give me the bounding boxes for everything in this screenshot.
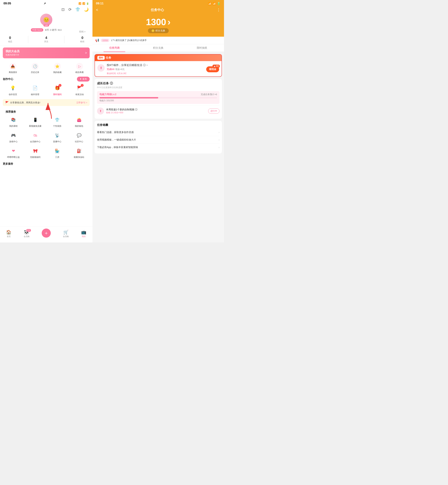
shirt-icon[interactable]: 👕: [75, 7, 80, 12]
shop-icon: 🛍: [32, 132, 39, 139]
growth-title: 成长任务 ⓘ: [97, 81, 219, 85]
exchange-button[interactable]: 🪙 积分兑换: [148, 28, 169, 33]
in-progress-button[interactable]: 进行中: [208, 108, 219, 114]
avatar[interactable]: 😊: [40, 14, 52, 26]
vip-banner-info: 我的大会员 热播内容看不停: [6, 49, 20, 56]
coins-text: B币: 0 硬币: 913: [45, 28, 62, 32]
task-info: 投8个稿件，分享近日精彩生活 ⓘ ~ 完成8/8 现金+8元 剩余时间: 6天9…: [107, 64, 204, 75]
creation-home-label: 创作首页: [9, 93, 17, 96]
vip-arrow-icon: >: [85, 51, 87, 55]
community-label: 社区中心: [75, 140, 83, 143]
tip-item-1[interactable]: 使用视频模板，一键成稿轻松做大片 ›: [97, 136, 219, 144]
nav-mine[interactable]: 📺 我的: [81, 230, 86, 238]
offline-icon: 📥: [9, 63, 16, 70]
promo-banner[interactable]: 🚩 分享暑假点滴，周周瓜分奖金! 立即参与 >: [3, 99, 90, 106]
nav-vip-shop[interactable]: 🛒 会员购: [63, 230, 69, 238]
time-left: 09:05: [3, 2, 11, 5]
add-button[interactable]: ＋: [42, 229, 51, 238]
creation-home-icon: 💡: [9, 84, 17, 92]
service-game[interactable]: 🎮 游戏中心: [3, 130, 24, 145]
services-section: 推荐服务 📚 我的课程 📱 看视频免流量 👕 个性装扮 👛 我的钱包 🎮 游戏中…: [0, 107, 92, 160]
nav-add[interactable]: ＋: [42, 229, 51, 239]
points-value: 1300: [146, 17, 166, 27]
vip-banner[interactable]: 我的大会员 热播内容看不停 >: [3, 48, 90, 58]
announce-bar: 📢 兑奖励 L**i 成功兑换了 [头像挂件]小试身手: [92, 37, 224, 44]
creation-item-benefits[interactable]: 🎁 1 限时福利: [53, 84, 62, 96]
limited-tag: 限时: [97, 56, 105, 60]
energy-label: 能量加油站: [74, 156, 84, 159]
moon-icon[interactable]: 🌙: [84, 7, 89, 12]
tip-arrow-2: ›: [219, 146, 219, 149]
space-link[interactable]: 空间 >: [79, 30, 86, 33]
nav-home[interactable]: 🏠 首页: [6, 230, 11, 238]
vip-shop-label: 会员购: [63, 235, 69, 238]
stat-fans-label: 粉丝: [80, 40, 84, 43]
announce-text: L**i 成功兑换了 [头像挂件]小试身手: [111, 39, 221, 42]
vip-banner-title: 我的大会员: [6, 49, 20, 53]
tip-text-2: 下载必剪App，体验丰富素材智能剪辑: [97, 146, 138, 149]
service-wallet[interactable]: 👛 我的钱包: [69, 115, 90, 129]
creation-drafts-label: 稿件管理: [31, 93, 39, 96]
tabs-row: 任务列表 积分兑换 限时抽奖: [92, 44, 224, 52]
creation-item-drafts[interactable]: 📄 稿件管理: [31, 84, 39, 96]
tab-points-exchange[interactable]: 积分兑换: [136, 44, 180, 52]
tab-lucky-draw[interactable]: 限时抽奖: [180, 44, 224, 52]
status-bar-left: 09:05 ↗ 📶 📶 🔋: [0, 0, 92, 6]
watchlater-label: 稍后再看: [75, 71, 84, 74]
sync-icon[interactable]: ⟳: [68, 7, 72, 12]
nav-panda[interactable]: 🐼 会员购 更新: [24, 230, 30, 238]
history-label: 历史记录: [31, 71, 39, 74]
video-free-label: 看视频免流量: [29, 125, 41, 128]
promo-link[interactable]: 立即参与 >: [76, 101, 87, 104]
service-course[interactable]: 📚 我的课程: [3, 115, 24, 129]
service-workshop[interactable]: 🏪 工房: [47, 146, 68, 160]
creation-item-activity[interactable]: 🚩 1 有奖活动: [75, 84, 84, 96]
services-header: 推荐服务: [3, 109, 90, 115]
vip-banner-sub: 热播内容看不停: [6, 54, 20, 56]
home-label: 首页: [7, 235, 11, 238]
vip-tag: 年度大会员: [31, 28, 43, 32]
quick-action-collect[interactable]: ⭐ 我的收藏: [50, 63, 64, 74]
limited-task-card: 限时 任务 ⬆ 投8个稿件，分享近日精彩生活 ⓘ ~ 完成8/8 现金+8元 剩…: [95, 54, 222, 77]
more-button[interactable]: ⋮: [217, 8, 221, 12]
stat-fans[interactable]: 0 粉丝: [80, 36, 84, 43]
stats-row: 0 动态 4 关注 0 粉丝: [0, 34, 92, 46]
video-free-icon: 📱: [32, 116, 39, 123]
level-top: 电磁力等级Lv.2 完成任务预计+6: [99, 93, 217, 96]
service-fashion[interactable]: 👕 个性装扮: [47, 115, 68, 129]
stat-follow[interactable]: 4 关注: [44, 36, 48, 43]
tray-icon[interactable]: ⊡: [61, 7, 64, 12]
stat-dynamic[interactable]: 0 动态: [8, 36, 12, 43]
creation-item-home[interactable]: 💡 创作首页: [9, 84, 17, 96]
bottom-nav: 🏠 首页 🐼 会员购 更新 ＋ 🛒 会员购 📺 我的: [0, 227, 92, 243]
service-community[interactable]: 💬 社区中心: [69, 130, 90, 145]
service-recharge[interactable]: 🎀 充能领福利: [25, 146, 46, 160]
tip-arrow-0: ›: [219, 131, 219, 134]
quick-action-watchlater[interactable]: ▷ 稍后再看: [72, 63, 87, 74]
service-video-free[interactable]: 📱 看视频免流量: [25, 115, 46, 129]
recharge-icon: 🎀: [32, 147, 39, 155]
course-label: 我的课程: [9, 125, 18, 128]
creation-title: 创作中心: [3, 77, 13, 81]
quick-action-offline[interactable]: 📥 离线缓存: [6, 63, 20, 74]
page-title: 任务中心: [151, 8, 164, 12]
community-icon: 💬: [75, 132, 83, 139]
tip-item-2[interactable]: 下载必剪App，体验丰富素材智能剪辑 ›: [97, 144, 219, 151]
quick-action-history[interactable]: 🕐 历史记录: [28, 63, 42, 74]
claim-button[interactable]: ⏰ 6天 领现金: [206, 66, 219, 72]
status-icons-left: 📶 📶 🔋: [79, 2, 89, 5]
tip-item-0[interactable]: 看看热门选题，获取更多创作灵感 ›: [97, 129, 219, 136]
task-tips-section: 任务锦囊 看看热门选题，获取更多创作灵感 › 使用视频模板，一键成稿轻松做大片 …: [95, 121, 222, 154]
service-live[interactable]: 📡 直播中心: [47, 130, 68, 145]
panda-label: 会员购: [24, 235, 30, 238]
publish-button[interactable]: ⬆ 发布: [77, 77, 90, 82]
service-charity[interactable]: ❤ 哔哩哔哩公益: [3, 146, 24, 160]
service-shop[interactable]: 🛍 会员购中心: [25, 130, 46, 145]
tab-task-list[interactable]: 任务列表: [92, 44, 136, 52]
service-energy[interactable]: ⛽ 能量加油站: [69, 146, 90, 160]
growth-task-0: ⬆ 本周投递1个新的自制视频 ⓘ 投稿 1/1 积分+500 进行中: [97, 106, 219, 116]
level-name: 电磁力等级Lv.2: [99, 93, 116, 96]
back-button[interactable]: <: [96, 8, 98, 12]
points-display[interactable]: 1300 ›: [146, 17, 170, 27]
points-area: 1300 › 🪙 积分兑换: [92, 15, 224, 37]
